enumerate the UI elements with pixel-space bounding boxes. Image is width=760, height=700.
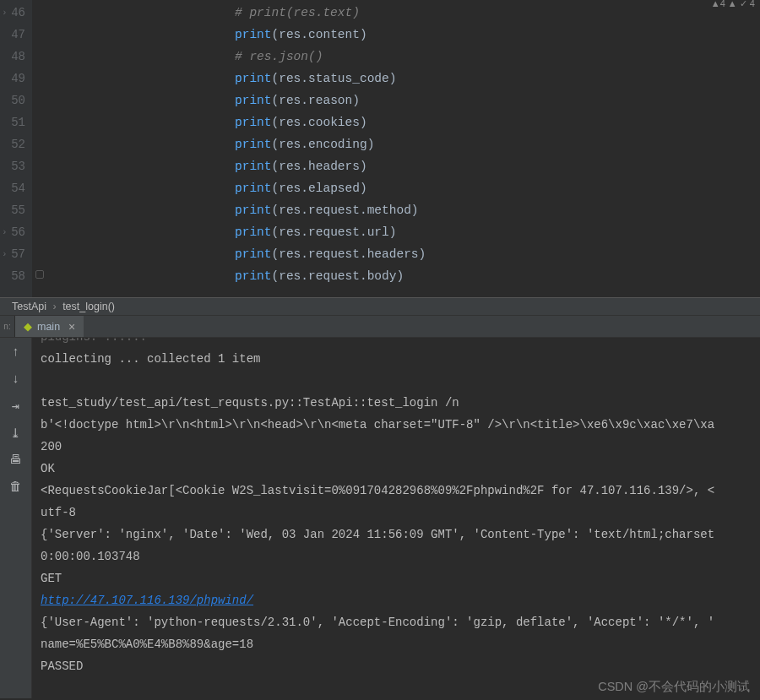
close-icon[interactable]: × — [68, 320, 75, 334]
fold-chevron-icon[interactable]: › — [2, 2, 8, 24]
watermark: CSDN @不会代码的小测试 — [598, 679, 750, 695]
top-right-badges: ▲4 ▲ ✓ 4 — [711, 0, 755, 9]
tab-label: main — [37, 321, 60, 333]
code-editor[interactable]: ▲4 ▲ ✓ 4 46›47484950515253545556›57›58 #… — [0, 0, 760, 297]
console-tool-column: ↑ ↓ ⇥ ⤓ 🖶 🗑 — [0, 338, 32, 698]
breadcrumb[interactable]: TestApi › test_login() — [0, 297, 760, 316]
python-icon: ◆ — [24, 320, 32, 333]
breadcrumb-class[interactable]: TestApi — [12, 301, 46, 312]
run-tabs: n: ◆ main × — [0, 316, 760, 338]
soft-wrap-icon[interactable]: ⇥ — [5, 395, 27, 417]
tab-prefix: n: — [0, 316, 15, 337]
fold-end-marker — [35, 270, 44, 279]
tab-main[interactable]: ◆ main × — [15, 316, 84, 337]
fold-column — [32, 0, 51, 297]
console-link[interactable]: http://47.107.116.139/phpwind/ — [41, 594, 253, 607]
code-area[interactable]: # print(res.text)print(res.content)# res… — [51, 0, 760, 297]
arrow-down-icon[interactable]: ↓ — [5, 368, 27, 390]
console-output[interactable]: plugins: ......collecting ... collected … — [32, 338, 760, 698]
fold-chevron-icon[interactable]: › — [2, 221, 8, 243]
line-number-gutter: 46›47484950515253545556›57›58 — [0, 0, 32, 297]
breadcrumb-method[interactable]: test_login() — [62, 301, 115, 312]
trash-icon[interactable]: 🗑 — [5, 476, 27, 498]
fold-chevron-icon[interactable]: › — [2, 243, 8, 265]
breadcrumb-separator: › — [52, 301, 56, 312]
print-icon[interactable]: 🖶 — [5, 449, 27, 471]
arrow-up-icon[interactable]: ↑ — [5, 341, 27, 363]
scroll-end-icon[interactable]: ⤓ — [5, 422, 27, 444]
